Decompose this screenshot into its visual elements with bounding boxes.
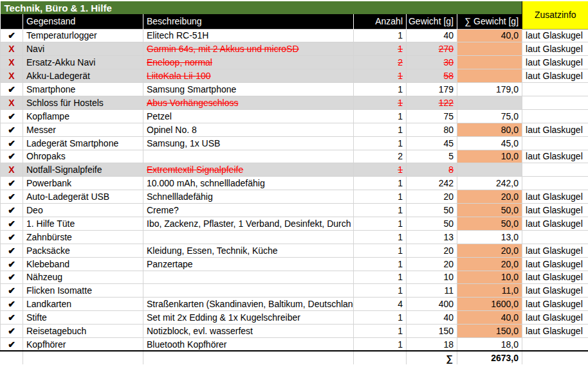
info-cell[interactable]: [522, 136, 588, 150]
status-cell[interactable]: ✔: [1, 311, 23, 325]
weight-cell[interactable]: 50: [407, 217, 457, 230]
status-cell[interactable]: ✔: [1, 204, 23, 217]
description-cell[interactable]: Elitech RC-51H: [143, 29, 354, 42]
sum-weight-cell[interactable]: 45,0: [457, 136, 522, 150]
info-cell[interactable]: laut Glaskugel: [522, 56, 588, 69]
sum-weight-cell[interactable]: 40,0: [457, 311, 522, 325]
item-cell[interactable]: Reisetagebuch: [23, 325, 143, 338]
weight-cell[interactable]: 8: [407, 163, 457, 177]
weight-cell[interactable]: 18: [407, 337, 457, 351]
status-cell[interactable]: ✔: [1, 244, 23, 257]
sum-weight-cell[interactable]: 150,0: [457, 325, 522, 338]
description-cell[interactable]: [143, 271, 354, 284]
quantity-cell[interactable]: 1: [354, 337, 407, 351]
empty-cell[interactable]: [522, 351, 588, 364]
quantity-cell[interactable]: 1: [354, 190, 407, 204]
quantity-cell[interactable]: 1: [354, 42, 407, 56]
info-cell[interactable]: laut Glaskugel: [522, 69, 588, 83]
description-cell[interactable]: Petzel: [143, 109, 354, 123]
column-header-beschreibung[interactable]: Beschreibung: [143, 14, 354, 29]
item-cell[interactable]: Powerbank: [23, 177, 143, 190]
description-cell[interactable]: Ibo, Zackenz, Pflaster, 1 Verband, Desin…: [143, 217, 354, 230]
status-cell[interactable]: ✔: [1, 257, 23, 271]
sigma-icon[interactable]: ∑: [407, 351, 457, 364]
status-cell[interactable]: ✔: [1, 337, 23, 351]
item-cell[interactable]: Auto-Ladegerät USB: [23, 190, 143, 204]
status-cell[interactable]: X: [1, 96, 23, 109]
sum-weight-cell[interactable]: [457, 69, 522, 83]
total-weight[interactable]: 2673,0: [457, 351, 522, 364]
status-cell[interactable]: ✔: [1, 136, 23, 150]
status-cell[interactable]: X: [1, 69, 23, 83]
weight-cell[interactable]: 242: [407, 177, 457, 190]
sum-weight-cell[interactable]: [457, 163, 522, 177]
quantity-cell[interactable]: 1: [354, 271, 407, 284]
description-cell[interactable]: Notizblock, evl. wasserfest: [143, 325, 354, 338]
weight-cell[interactable]: 122: [407, 96, 457, 109]
item-cell[interactable]: Ohropaks: [23, 150, 143, 163]
quantity-cell[interactable]: 1: [354, 311, 407, 325]
description-cell[interactable]: [143, 230, 354, 244]
sum-weight-cell[interactable]: 242,0: [457, 177, 522, 190]
sum-weight-cell[interactable]: [457, 96, 522, 109]
description-cell[interactable]: Panzertape: [143, 257, 354, 271]
weight-cell[interactable]: 20: [407, 190, 457, 204]
quantity-cell[interactable]: 1: [354, 257, 407, 271]
sum-weight-cell[interactable]: 20,0: [457, 244, 522, 257]
info-cell[interactable]: laut Glaskugel: [522, 284, 588, 298]
info-cell[interactable]: [522, 83, 588, 96]
info-cell[interactable]: laut Glaskugel: [522, 204, 588, 217]
status-cell[interactable]: ✔: [1, 150, 23, 163]
status-cell[interactable]: ✔: [1, 271, 23, 284]
description-cell[interactable]: Creme?: [143, 204, 354, 217]
info-cell[interactable]: [522, 177, 588, 190]
description-cell[interactable]: Opinel No. 8: [143, 123, 354, 136]
column-header-anzahl[interactable]: Anzahl: [354, 14, 407, 29]
weight-cell[interactable]: 45: [407, 136, 457, 150]
quantity-cell[interactable]: 1: [354, 284, 407, 298]
quantity-cell[interactable]: 1: [354, 325, 407, 338]
sum-weight-cell[interactable]: 75,0: [457, 109, 522, 123]
description-cell[interactable]: Abus Vorhängeschloss: [143, 96, 354, 109]
status-cell[interactable]: X: [1, 56, 23, 69]
column-header-gegenstand[interactable]: Gegenstand: [23, 14, 143, 29]
sum-weight-cell[interactable]: 11,0: [457, 284, 522, 298]
status-cell[interactable]: ✔: [1, 190, 23, 204]
item-cell[interactable]: Flicken Isomatte: [23, 284, 143, 298]
description-cell[interactable]: [143, 150, 354, 163]
empty-cell[interactable]: [354, 351, 407, 364]
description-cell[interactable]: Extremtextil Signalpfeife: [143, 163, 354, 177]
quantity-cell[interactable]: 2: [354, 150, 407, 163]
quantity-cell[interactable]: 4: [354, 298, 407, 311]
weight-cell[interactable]: 80: [407, 123, 457, 136]
quantity-cell[interactable]: 2: [354, 56, 407, 69]
weight-cell[interactable]: 13: [407, 230, 457, 244]
description-cell[interactable]: [143, 284, 354, 298]
item-cell[interactable]: Zahnbürste: [23, 230, 143, 244]
info-cell[interactable]: [522, 163, 588, 177]
info-cell[interactable]: laut Glaskugel: [522, 217, 588, 230]
status-cell[interactable]: ✔: [1, 123, 23, 136]
weight-cell[interactable]: 270: [407, 42, 457, 56]
sum-weight-cell[interactable]: 50,0: [457, 204, 522, 217]
description-cell[interactable]: Bluetooth Kopfhörer: [143, 337, 354, 351]
item-cell[interactable]: 1. Hilfe Tüte: [23, 217, 143, 230]
sum-weight-cell[interactable]: 10,0: [457, 271, 522, 284]
weight-cell[interactable]: 20: [407, 244, 457, 257]
column-header-sum-gewicht[interactable]: ∑ Gewicht [g]: [457, 14, 522, 29]
weight-cell[interactable]: 179: [407, 83, 457, 96]
item-cell[interactable]: Packsäcke: [23, 244, 143, 257]
quantity-cell[interactable]: 1: [354, 29, 407, 42]
column-header-gewicht[interactable]: Gewicht [g]: [407, 14, 457, 29]
sum-weight-cell[interactable]: [457, 42, 522, 56]
info-cell[interactable]: [522, 109, 588, 123]
description-cell[interactable]: Kleidung, Essen, Technik, Küche: [143, 244, 354, 257]
item-cell[interactable]: Ersatz-Akku Navi: [23, 56, 143, 69]
weight-cell[interactable]: 40: [407, 29, 457, 42]
weight-cell[interactable]: 75: [407, 109, 457, 123]
item-cell[interactable]: Stifte: [23, 311, 143, 325]
weight-cell[interactable]: 58: [407, 69, 457, 83]
weight-cell[interactable]: 5: [407, 150, 457, 163]
quantity-cell[interactable]: 1: [354, 230, 407, 244]
status-cell[interactable]: ✔: [1, 325, 23, 338]
